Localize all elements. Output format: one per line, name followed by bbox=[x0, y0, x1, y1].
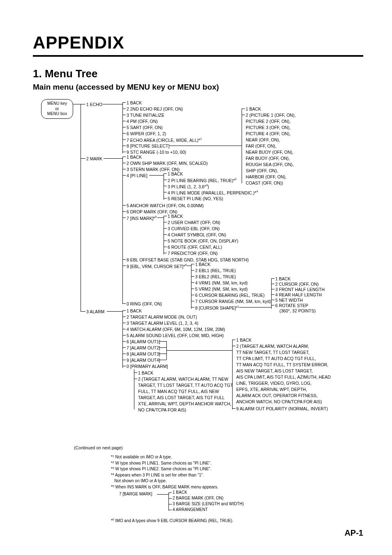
list-item: TARGET, TT LOST TARGET, TT AUTO ACQ TGT bbox=[138, 382, 233, 388]
heading-rule bbox=[33, 55, 363, 57]
footnote: *4 Appears when 3 PI LINE is set for oth… bbox=[111, 472, 363, 479]
list-item: 7 [ALARM OUT2] bbox=[127, 345, 160, 351]
footnotes: *1 Not available on IMO or A type. *2 W … bbox=[111, 454, 363, 490]
list-item: 2 TARGET ALARM MODE (IN, OUT) bbox=[127, 314, 197, 320]
list-item: 4 [PI LINE] bbox=[127, 173, 148, 178]
list-item: ALARM ACK OUT, OPERATOR FITNESS, bbox=[236, 393, 318, 398]
list-item: TARGET, AIS LOST TARGET, AIS TGT FULL bbox=[138, 395, 225, 400]
list-item: 5 NOTE BOOK (OFF, ON, DISPLAY) bbox=[168, 238, 238, 244]
list-item: 4 CHART SYMBOL (OFF, ON) bbox=[168, 232, 226, 238]
list-item: 2 (PICTURE 1 (OFF, ON), bbox=[246, 112, 295, 118]
list-item: PICTURE 4 (OFF, ON), bbox=[246, 131, 291, 136]
list-item: 8 EBL OFFSET BASE (STAB GND, STAB HDG, S… bbox=[127, 257, 249, 263]
list-item: 3 TUNE INITIALIZE bbox=[127, 112, 164, 118]
list-item: 1 BACK bbox=[173, 490, 187, 495]
list-item: 3 PI LINE (1, 2, 3,6*3) bbox=[168, 183, 209, 190]
list-item: PICTURE 2 (OFF, ON), bbox=[246, 118, 291, 124]
list-item: 7 PREDICTOR (OFF, ON) bbox=[168, 250, 218, 256]
list-item: 4 VRM1 (NM, SM, km, kyd) bbox=[195, 280, 248, 286]
footnote: *1 Not available on IMO or A type. bbox=[111, 454, 363, 460]
menu-tree: MENU keyorMENU box 1 ECHO 1 BACK 2 2ND E… bbox=[33, 99, 363, 444]
list-item: 1 BACK bbox=[127, 100, 142, 106]
list-item: FAR (OFF, ON), bbox=[246, 143, 277, 149]
list-item: 7 CURSOR RANGE (NM, SM, km, kyd) bbox=[195, 298, 271, 304]
footnote: *2 W type shows PI LINE1. Same choices a… bbox=[111, 460, 363, 467]
list-item: 2 (TARGET ALARM, WATCH ALARM, TT NEW bbox=[138, 376, 228, 382]
list-item: 1 BACK bbox=[127, 154, 142, 160]
branch-mark: 2 MARK bbox=[86, 156, 102, 162]
list-item: PICTURE 3 (OFF, ON), bbox=[246, 125, 291, 130]
list-item: 1 BACK bbox=[127, 308, 142, 314]
list-item: 6 WIPER (OFF, 1, 2) bbox=[127, 131, 166, 136]
list-item: ROUGH SEA (OFF, ON), bbox=[246, 162, 294, 167]
list-item: 6 CURSOR BEARING (REL, TRUE) bbox=[195, 292, 265, 298]
list-item: 9 [EBL, VRM, CURSOR SET]*6 bbox=[127, 263, 187, 269]
list-item: 5 ANCHOR WATCH (OFF, ON, 0.00NM) bbox=[127, 203, 204, 208]
barge-label: 7 [BARGE MARK] bbox=[119, 492, 152, 496]
list-item: 1 BACK bbox=[168, 171, 183, 177]
list-item: 2 (TARGET ALARM, WATCH ALARM, bbox=[236, 343, 309, 349]
list-item: 8 [ALARM OUT3] bbox=[127, 351, 160, 357]
list-item: TT MAN ACQ TGT FULL, TT SYSTEM ERROR, bbox=[236, 362, 328, 368]
barge-mark-tree: 7 [BARGE MARK] 1 BACK 2 BARGE MARK (OFF,… bbox=[119, 492, 363, 516]
list-item: 0 RING (OFF, ON) bbox=[127, 301, 162, 307]
footnote: *6 IMO and A types show 9 EBL CURSOR BEA… bbox=[111, 518, 363, 523]
list-item: 4 WATCH ALARM (OFF, 6M, 10M, 12M, 15M, 2… bbox=[127, 326, 225, 332]
footnote: *5 When INS MARK is OFF, BARGE MARK menu… bbox=[111, 484, 363, 490]
list-item: 9 [ALARM OUT4] bbox=[127, 357, 160, 363]
list-item: 5 SART (OFF, ON) bbox=[127, 125, 163, 130]
list-item: ANCHOR WATCH, NO CPA/TCPA FOR AIS) bbox=[236, 399, 322, 405]
list-item: 4 ARRANGEMENT bbox=[173, 507, 208, 512]
list-item: 2 USER CHART (OFF, ON) bbox=[168, 220, 220, 225]
list-item: (360°, 32 POINTS) bbox=[279, 308, 316, 314]
list-item: AIS CPA LIMIT, AIS TGT FULL, AZIMUTH, HE… bbox=[236, 374, 331, 380]
list-item: 4 PI LINE MODE (PARALLEL, PERPENDIC.)*4 bbox=[168, 190, 258, 196]
list-item: LINE, TRIGGER, VIDEO, GYRO, LOG, bbox=[236, 380, 311, 386]
list-item: NO CPA/TCPA FOR AIS) bbox=[138, 407, 186, 413]
list-item: 2 OWN SHIP MARK (OFF, MIN, SCALED) bbox=[127, 160, 208, 166]
list-item: 2 PI LINE BEARING (REL, TRUE)*2 bbox=[168, 177, 237, 183]
section-heading: 1. Menu Tree bbox=[33, 67, 363, 80]
continued-note: (Continued on next page) bbox=[74, 445, 363, 450]
list-item: 3 BARGE SIZE (LENGTH and WIDTH) bbox=[173, 502, 244, 506]
list-item: 3 EBL2 (REL, TRUE) bbox=[195, 274, 236, 280]
list-item: 4 PM (OFF, ON) bbox=[127, 118, 158, 124]
list-item: HARBOR (OFF, ON), bbox=[246, 174, 286, 180]
footnote: Not shown on IMO or A type. bbox=[111, 478, 363, 484]
list-item: 8 [CURSOR SHAPE]*1 bbox=[195, 305, 239, 311]
list-item: AIS NEW TARGET, AIS LOST TARGET, bbox=[236, 368, 313, 374]
list-item: FULL, TT MAN ACQ TGT FULL, AIS NEW bbox=[138, 388, 219, 394]
list-item: XTE, ARRIVAL WPT, DEPTH ANCHOR WATCH, bbox=[138, 401, 231, 407]
list-item: 5 RESET PI LINE (NO, YES) bbox=[168, 196, 223, 201]
list-item: 2 EBL1 (REL, TRUE) bbox=[195, 268, 236, 273]
list-item: TT CPA LIMIT, TT AUTO ACQ TGT FULL, bbox=[236, 356, 316, 361]
list-item: 1 BACK bbox=[246, 106, 261, 112]
list-item: COAST (OFF, ON)) bbox=[246, 180, 283, 186]
appendix-title: APPENDIX bbox=[33, 33, 363, 53]
branch-alarm: 3 ALARM bbox=[86, 309, 104, 314]
list-item: 2 BARGE MARK (OFF, ON) bbox=[173, 496, 224, 500]
list-item: 8 [PICTURE SELECT] bbox=[127, 143, 169, 149]
list-item: 1 BACK bbox=[195, 261, 210, 267]
list-item: 1 BACK bbox=[236, 337, 251, 343]
list-item: EPFS, XTE, ARRIVAL WPT, DEPTH, bbox=[236, 386, 307, 392]
list-item: NEAR (OFF, ON), bbox=[246, 137, 280, 143]
list-item: 6 [ALARM OUT1] bbox=[127, 339, 160, 345]
list-item: 3 CURVED EBL (OFF, ON) bbox=[168, 226, 220, 231]
list-item: 3 TARGET ALARM LEVEL (1, 2, 3, 4) bbox=[127, 320, 198, 326]
footnote: *3 W type shows PI LINE2. Same choices a… bbox=[111, 466, 363, 472]
list-item: 1 BACK bbox=[138, 370, 153, 376]
list-item: 7 [INS MARK]*5 bbox=[127, 215, 157, 221]
list-item: 5 ALARM SOUND LEVEL (OFF, LOW, MID, HIGH… bbox=[127, 333, 224, 338]
list-item: SHIP (OFF, ON), bbox=[246, 168, 278, 173]
list-item: FAR BUOY (OFF, ON), bbox=[246, 155, 290, 161]
list-item: NEAR BUOY (OFF, ON), bbox=[246, 149, 293, 155]
list-item: 7 ECHO AREA (CIRCLE, WIDE, ALL)*1 bbox=[127, 137, 202, 143]
list-item: 1 BACK bbox=[168, 213, 183, 219]
root-node: MENU keyorMENU box bbox=[41, 99, 73, 119]
list-item: 0 [PRIMARY ALARM] bbox=[127, 363, 168, 369]
branch-echo: 1 ECHO bbox=[86, 102, 102, 107]
list-item: 9 ALARM OUT POLARITY (NORMAL, INVERT) bbox=[236, 406, 328, 412]
page-number: AP-1 bbox=[344, 528, 363, 538]
list-item: 2 2ND ECHO REJ (OFF, ON) bbox=[127, 106, 183, 112]
